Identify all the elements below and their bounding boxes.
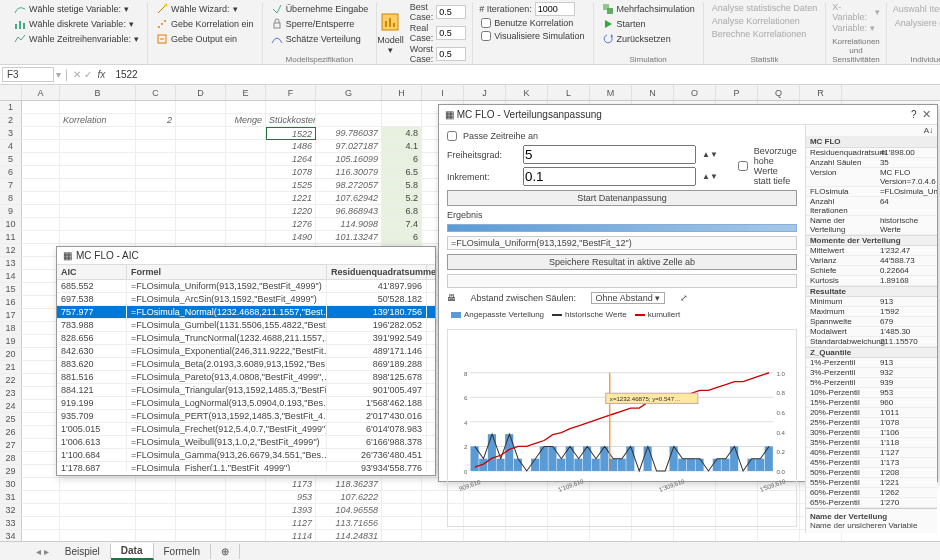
cell[interactable] (60, 101, 136, 114)
cell[interactable] (176, 517, 226, 530)
korrelation-ein[interactable]: Gebe Korrelation ein (154, 17, 256, 31)
cell[interactable] (226, 101, 266, 114)
cell[interactable] (60, 192, 136, 205)
cell[interactable] (22, 296, 60, 309)
aic-col-formel[interactable]: Formel (127, 265, 327, 279)
cell[interactable] (176, 504, 226, 517)
cell[interactable] (22, 218, 60, 231)
cell[interactable] (176, 166, 226, 179)
aic-col-aic[interactable]: AIC (57, 265, 127, 279)
expand-icon[interactable]: ⤢ (680, 293, 688, 303)
col-header[interactable]: N (632, 85, 674, 100)
aic-row[interactable]: 697.538=FLOsimula_ArcSin(913,1592,"BestF… (57, 293, 435, 306)
cell[interactable]: 1490 (266, 231, 316, 244)
cell[interactable]: 101.13247 (316, 231, 382, 244)
cell[interactable] (22, 244, 60, 257)
cell[interactable]: 1221 (266, 192, 316, 205)
cell[interactable] (22, 400, 60, 413)
tab-beispiel[interactable]: Beispiel (55, 544, 111, 559)
cell[interactable]: 107.62942 (316, 192, 382, 205)
col-header[interactable]: I (422, 85, 464, 100)
col-header[interactable]: C (136, 85, 176, 100)
tab-formeln[interactable]: Formeln (154, 544, 212, 559)
cell[interactable] (60, 504, 136, 517)
modell-big[interactable]: Modell▾ (377, 2, 404, 64)
cell[interactable] (176, 179, 226, 192)
cell[interactable] (176, 491, 226, 504)
cell[interactable] (382, 530, 422, 541)
col-header[interactable]: E (226, 85, 266, 100)
cell[interactable]: 1522 (266, 127, 316, 140)
help-icon[interactable]: ? (911, 109, 917, 120)
cell[interactable] (22, 101, 60, 114)
wizard[interactable]: Wähle Wizard: ▾ (154, 2, 256, 16)
col-header[interactable]: P (716, 85, 758, 100)
aic-row[interactable]: 783.988=FLOsimula_Gumbel(1131.5506,155.4… (57, 319, 435, 332)
cell[interactable]: 114.9098 (316, 218, 382, 231)
cell[interactable] (60, 127, 136, 140)
cell[interactable] (226, 166, 266, 179)
cell[interactable] (136, 179, 176, 192)
cell[interactable]: Menge (226, 114, 266, 127)
cell[interactable]: 1486 (266, 140, 316, 153)
speichere-button[interactable]: Speichere Resultat in aktive Zelle ab (447, 254, 797, 270)
cell[interactable] (60, 153, 136, 166)
cell[interactable] (226, 517, 266, 530)
cell[interactable] (176, 218, 226, 231)
cell[interactable]: 1127 (266, 517, 316, 530)
real-case[interactable] (436, 26, 466, 40)
cell[interactable]: 6 (382, 153, 422, 166)
cell[interactable] (22, 530, 60, 541)
cell[interactable] (316, 101, 382, 114)
freiheitsgrad[interactable] (523, 145, 696, 164)
cell[interactable] (60, 530, 136, 541)
aic-row[interactable]: 1'006.613=FLOsimula_Weibull(913,1.0,2,"B… (57, 436, 435, 449)
cell[interactable]: 7.4 (382, 218, 422, 231)
cell[interactable] (22, 504, 60, 517)
aic-row[interactable]: 828.656=FLOsimula_TruncNormal(1232.4688,… (57, 332, 435, 345)
cell[interactable]: 1078 (266, 166, 316, 179)
cell[interactable]: Stückkosten (266, 114, 316, 127)
bevorzuge[interactable] (738, 161, 748, 171)
cell[interactable] (60, 179, 136, 192)
cell[interactable] (226, 192, 266, 205)
col-header[interactable]: M (590, 85, 632, 100)
cell[interactable] (60, 218, 136, 231)
aic-row[interactable]: 919.199=FLOsimula_LogNormal(913,5.0904,0… (57, 397, 435, 410)
cell[interactable]: 1264 (266, 153, 316, 166)
cell[interactable] (266, 101, 316, 114)
worst-case[interactable] (436, 47, 466, 61)
aic-row[interactable]: 757.977=FLOsimula_Normal(1232.4688,211.1… (57, 306, 435, 319)
cell[interactable]: 96.868943 (316, 205, 382, 218)
cell[interactable]: 5.2 (382, 192, 422, 205)
cell[interactable] (176, 114, 226, 127)
fx-icon[interactable]: fx (92, 69, 112, 80)
cell[interactable]: 2 (136, 114, 176, 127)
cell[interactable] (176, 153, 226, 166)
var-zeitreihe[interactable]: Wähle Zeitreihenvariable: ▾ (12, 32, 141, 46)
benutze-korr[interactable] (481, 18, 491, 28)
cell[interactable]: 6.8 (382, 205, 422, 218)
cell[interactable] (176, 140, 226, 153)
aic-row[interactable]: 1'178.687=FLOsimula_Fisher(1,1,"BestFit_… (57, 462, 435, 471)
aic-row[interactable]: 1'005.015=FLOsimula_Frechet(912,5.4,0.7,… (57, 423, 435, 436)
cell[interactable] (22, 153, 60, 166)
cell[interactable] (22, 439, 60, 452)
cell[interactable] (382, 101, 422, 114)
cell[interactable] (226, 140, 266, 153)
cell[interactable] (226, 179, 266, 192)
inkrement[interactable] (523, 167, 696, 186)
cell[interactable] (22, 257, 60, 270)
passe-zeitreihe[interactable] (447, 131, 457, 141)
col-header[interactable]: Q (758, 85, 800, 100)
vis-sim[interactable] (481, 31, 491, 41)
cell[interactable] (176, 231, 226, 244)
cell[interactable]: 97.027187 (316, 140, 382, 153)
col-header[interactable]: R (800, 85, 842, 100)
starten[interactable]: Starten (600, 17, 697, 31)
cell[interactable] (22, 335, 60, 348)
col-header[interactable]: A (22, 85, 60, 100)
cell[interactable] (176, 101, 226, 114)
save-target[interactable] (447, 274, 797, 288)
col-header[interactable]: L (548, 85, 590, 100)
